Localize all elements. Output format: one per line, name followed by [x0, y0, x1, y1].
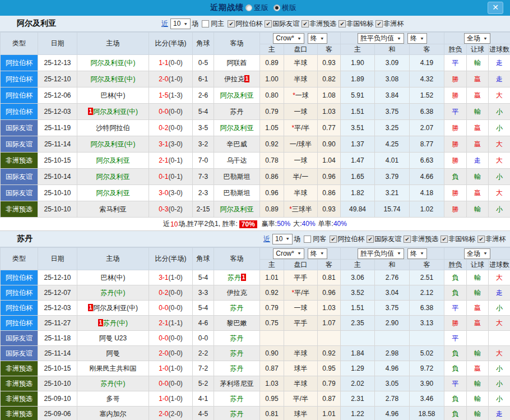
- table-row: 非洲预选 25-09-10 多哥 1-0(1-0) 4-1 苏丹 0.95 平/…: [1, 391, 510, 407]
- goals-result-cell: 大: [489, 346, 510, 361]
- avg-draw-odds: 2.76: [375, 270, 410, 285]
- odds-time-select[interactable]: 终▼: [308, 248, 327, 259]
- home-team-cell: 阿尔及利亚: [77, 169, 149, 185]
- competition-checkbox[interactable]: ✔: [375, 20, 383, 27]
- score-cell: 1-1(0-0): [149, 55, 193, 71]
- half-time-score: (0-2): [169, 205, 183, 213]
- handicap-cell: 半/一: [284, 169, 318, 185]
- competition-checkbox[interactable]: ✔: [339, 20, 346, 27]
- handicap-result-cell: 贏: [467, 301, 489, 316]
- handicap-result-cell: 輸: [467, 55, 489, 71]
- score-cell: 0-2(0-0): [149, 285, 193, 301]
- away-team-cell: 苏丹: [214, 391, 260, 407]
- handicap: 一/球半: [290, 140, 312, 148]
- horizontal-layout-radio[interactable]: [273, 4, 280, 11]
- away-team: 苏丹: [230, 395, 244, 403]
- competition-checkbox[interactable]: ✔: [330, 236, 337, 243]
- table-row: 阿拉伯杯 25-12-13 阿尔及利亚(中) 1-1(0-0) 0-5 阿联酋 …: [1, 55, 510, 71]
- vertical-layout-radio[interactable]: [245, 4, 252, 11]
- handicap-result-cell: 贏: [467, 185, 489, 201]
- home-team-cell: 1阿尔及利亚(中): [77, 104, 149, 120]
- competition-type: 阿拉伯杯: [1, 104, 38, 120]
- chevron-down-icon: ▼: [483, 36, 488, 40]
- competition-type: 阿拉伯杯: [1, 55, 38, 71]
- summary-count: 10: [170, 220, 178, 228]
- odds-source-select[interactable]: Crow*▼: [273, 248, 304, 259]
- avg-odds-select[interactable]: 胜平负均值▼: [358, 33, 404, 44]
- away-team-cell: 阿联酋: [214, 55, 260, 71]
- avg-away-odds: 18.58: [410, 407, 444, 420]
- competition-type: 非洲预选: [1, 201, 38, 218]
- away-team: 伊拉克: [227, 289, 247, 297]
- away-odds: 0.79: [318, 376, 341, 391]
- match-date: 25-11-14: [38, 136, 77, 153]
- away-team-cell: 苏丹: [214, 331, 260, 346]
- away-team: 黎巴嫩: [227, 319, 247, 327]
- win-rate-badge: 70%: [239, 220, 257, 228]
- full-time-score: 2-0: [159, 410, 168, 418]
- competition-type: 国际友谊: [1, 136, 38, 153]
- away-odds: 0.77: [318, 120, 341, 136]
- avg-away-odds: 6.63: [410, 153, 444, 169]
- goals-result-cell: 大: [489, 136, 510, 153]
- score-cell: 0-2(0-0): [149, 120, 193, 136]
- column-header: 日期: [38, 33, 77, 55]
- away-odds: 0.92: [318, 346, 341, 361]
- avg-home-odds: 3.06: [341, 270, 375, 285]
- avg-odds-select[interactable]: 胜平负均值▼: [358, 248, 404, 259]
- avg-home-odds: 1.22: [341, 407, 375, 420]
- result-cell: 勝: [444, 316, 467, 331]
- competition-checkbox[interactable]: ✔: [441, 236, 448, 243]
- competition-checkbox[interactable]: ✔: [228, 20, 235, 27]
- avg-away-odds: 3.46: [410, 391, 444, 407]
- column-header: 胜负: [444, 44, 467, 55]
- near-link[interactable]: 近: [161, 19, 168, 29]
- close-button[interactable]: ✕: [488, 2, 503, 14]
- scope-select[interactable]: 全场▼: [464, 33, 490, 44]
- away-odds: 1.08: [318, 87, 341, 104]
- odds-source-select[interactable]: Crow*▼: [273, 33, 304, 44]
- odds-time-select[interactable]: 终▼: [308, 33, 327, 44]
- column-header: 和: [375, 260, 410, 270]
- table-row: 阿拉伯杯 25-12-07 苏丹(中) 0-2(0-0) 3-3 伊拉克 0.9…: [1, 285, 510, 301]
- corner-count: 7-3: [193, 169, 214, 185]
- avg-time-select[interactable]: 终▼: [407, 248, 427, 259]
- away-odds: 1.04: [318, 153, 341, 169]
- score-cell: 1-0(1-0): [149, 361, 193, 376]
- table-row: 国际友谊 25-11-14 阿尔及利亚(中) 3-1(3-0) 3-2 辛巴威 …: [1, 136, 510, 153]
- handicap: 半球: [294, 349, 308, 357]
- score-cell: 2-0(0-0): [149, 346, 193, 361]
- result-cell: 負: [444, 346, 467, 361]
- column-header: 日期: [38, 248, 77, 270]
- score-cell: 0-0(0-0): [149, 376, 193, 391]
- corner-count: 0-0: [193, 331, 214, 346]
- same-venue-checkbox[interactable]: [202, 20, 209, 27]
- recent-count-select[interactable]: 10▼: [170, 19, 191, 29]
- avg-draw-odds: 3.09: [375, 55, 410, 71]
- avg-away-odds: 4.19: [410, 55, 444, 71]
- scope-select[interactable]: 全场▼: [464, 248, 490, 259]
- competition-checkbox[interactable]: ✔: [477, 236, 485, 243]
- same-venue-checkbox[interactable]: [304, 236, 311, 243]
- avg-time-select[interactable]: 终▼: [407, 33, 427, 44]
- goals-result-cell: 小: [489, 376, 510, 391]
- recent-count-select[interactable]: 10▼: [272, 234, 293, 244]
- column-header: 客场: [214, 248, 260, 270]
- competition-checkbox[interactable]: ✔: [265, 20, 272, 27]
- competition-checkbox[interactable]: ✔: [302, 20, 309, 27]
- competition-checkbox[interactable]: ✔: [367, 236, 374, 243]
- competition-checkbox[interactable]: ✔: [404, 236, 411, 243]
- team-section: 阿尔及利亚 近 10▼ 场 同主 ✔阿拉伯杯✔国际友谊✔非洲预选✔非国锦标✔非洲…: [0, 16, 510, 231]
- home-team: 塞内加尔: [100, 410, 127, 418]
- handicap-result-cell: 走: [467, 153, 489, 169]
- avg-draw-odds: [375, 331, 410, 346]
- column-header: 和: [375, 44, 410, 55]
- home-team: 索马利亚: [100, 205, 127, 213]
- horizontal-layout-label: 横版: [282, 3, 296, 13]
- goals-result-cell: 小: [489, 104, 510, 120]
- table-row: 国际友谊 25-11-19 沙特阿拉伯 0-2(0-0) 3-5 阿尔及利亚 1…: [1, 120, 510, 136]
- goals-result-cell: 走: [489, 407, 510, 420]
- avg-home-odds: 3.52: [341, 285, 375, 301]
- near-link[interactable]: 近: [263, 234, 270, 244]
- handicap-result-cell: 輸: [467, 201, 489, 218]
